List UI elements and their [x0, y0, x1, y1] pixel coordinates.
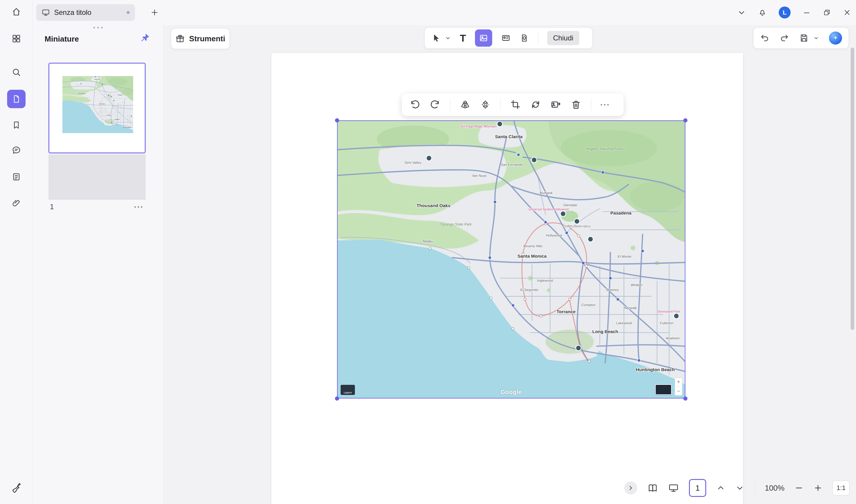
monitor-icon — [41, 8, 50, 17]
thumbnails-panel: Miniature 1 — [33, 25, 163, 504]
scrollbar-thumb[interactable] — [851, 48, 854, 330]
left-rail — [0, 0, 33, 504]
comment-icon[interactable] — [11, 145, 21, 155]
change-image-icon[interactable] — [550, 99, 561, 110]
collapse-arrow-icon[interactable] — [624, 482, 637, 494]
panel-title: Miniature — [44, 35, 79, 44]
save-chevron-icon[interactable] — [814, 35, 819, 41]
next-page-icon[interactable] — [735, 484, 744, 492]
thumbnail-more-icon[interactable] — [135, 206, 142, 208]
rotate-cw-icon[interactable] — [430, 99, 441, 110]
page-thumbnail-map — [63, 76, 133, 133]
page-number-input[interactable]: 1 — [689, 479, 706, 497]
select-tool-chevron-icon[interactable] — [445, 35, 451, 41]
selection-handle-nw[interactable] — [335, 118, 339, 122]
page-thumbnail[interactable] — [49, 63, 146, 154]
ai-assistant-icon[interactable] — [829, 32, 842, 44]
main-toolbar: T Chiudi — [425, 27, 593, 49]
tools-button-label: Strumenti — [189, 34, 225, 43]
image-selection-toolbar — [402, 93, 624, 116]
unsaved-indicator — [127, 11, 130, 14]
redo-icon[interactable] — [780, 33, 789, 43]
undo-icon[interactable] — [760, 33, 769, 43]
flip-horizontal-icon[interactable] — [460, 99, 470, 110]
sidebar-item-document[interactable] — [7, 90, 25, 108]
previous-page-icon[interactable] — [716, 484, 725, 492]
rotate-ccw-icon[interactable] — [410, 99, 420, 110]
flip-vertical-icon[interactable] — [480, 99, 491, 110]
tools-button[interactable]: Strumenti — [171, 28, 230, 49]
bookmark-icon[interactable] — [12, 120, 21, 130]
replace-icon[interactable] — [530, 99, 541, 110]
selection-more-icon[interactable] — [601, 104, 609, 106]
home-icon[interactable] — [11, 7, 21, 17]
restore-button[interactable] — [823, 8, 831, 17]
collapse-toolbar-button[interactable] — [737, 8, 746, 17]
paperclip-icon[interactable] — [12, 198, 21, 208]
avatar[interactable]: L — [779, 6, 791, 18]
select-tool[interactable] — [431, 33, 441, 43]
thumbnail-page-number: 1 — [50, 203, 54, 211]
titlebar: Senza titolo L — [0, 0, 856, 25]
card-tool[interactable] — [501, 33, 511, 43]
document-tab[interactable]: Senza titolo — [36, 4, 135, 21]
zoom-in-icon[interactable] — [814, 484, 822, 492]
trash-icon[interactable] — [571, 99, 582, 110]
thumbnail-placeholder — [49, 155, 146, 200]
close-tool-button[interactable]: Chiudi — [547, 31, 579, 45]
selection-handle-ne[interactable] — [683, 118, 688, 122]
drag-grip-icon[interactable] — [93, 27, 103, 29]
crop-icon[interactable] — [510, 99, 521, 110]
selection-handle-se[interactable] — [683, 396, 688, 401]
actual-size-button[interactable]: 1:1 — [833, 481, 850, 496]
image-tool[interactable] — [475, 30, 492, 47]
tab-title: Senza titolo — [54, 8, 122, 17]
zoom-out-icon[interactable] — [795, 484, 803, 492]
status-bar: 1 100% 1:1 — [624, 479, 850, 498]
apps-grid-icon[interactable] — [11, 34, 21, 44]
zoom-level[interactable]: 100% — [765, 484, 785, 493]
gift-icon — [175, 34, 185, 43]
app-logo-icon[interactable] — [11, 482, 22, 493]
new-tab-button[interactable] — [150, 8, 159, 17]
scrollbar — [851, 27, 854, 499]
notes-icon[interactable] — [12, 172, 21, 182]
book-icon[interactable] — [647, 483, 658, 493]
save-icon[interactable] — [799, 33, 809, 43]
titlebar-controls: L — [737, 0, 851, 25]
app-window: Senza titolo L — [0, 0, 856, 504]
selection-handle-sw[interactable] — [335, 396, 339, 401]
canvas-area: Strumenti T Chiudi — [164, 25, 856, 504]
close-button[interactable] — [843, 8, 851, 17]
presentation-icon[interactable] — [668, 483, 679, 493]
text-tool[interactable]: T — [460, 33, 466, 43]
toolbar-divider — [538, 32, 538, 44]
search-icon[interactable] — [11, 67, 21, 77]
place-tool[interactable] — [520, 33, 529, 43]
notifications-button[interactable] — [758, 8, 767, 17]
pin-icon[interactable] — [140, 33, 150, 43]
image-selection-outline — [337, 120, 685, 398]
minimize-button[interactable] — [802, 8, 811, 17]
history-toolbar — [753, 27, 849, 49]
